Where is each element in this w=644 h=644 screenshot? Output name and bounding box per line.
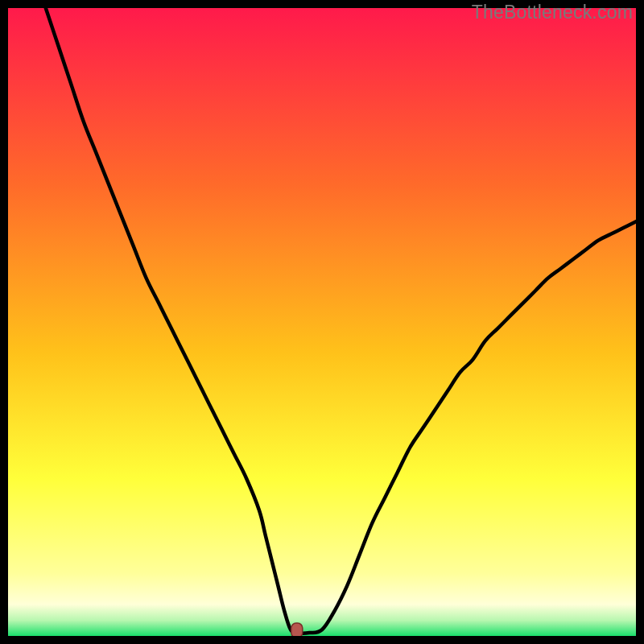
chart-frame: [8, 8, 636, 636]
optimal-point-marker: [291, 623, 303, 636]
watermark-text: TheBottleneck.com: [472, 2, 633, 23]
bottleneck-chart: [8, 8, 636, 636]
gradient-background: [8, 8, 636, 636]
